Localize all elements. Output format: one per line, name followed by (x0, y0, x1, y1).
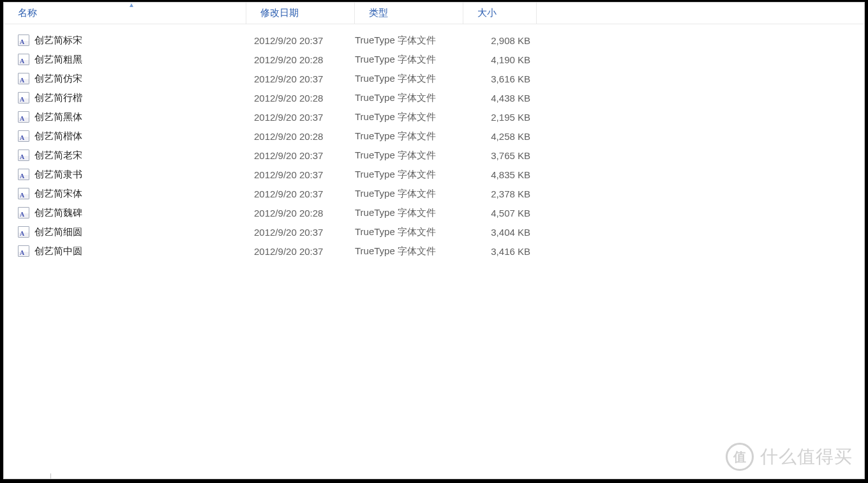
file-name-label: 创艺简中圆 (34, 245, 82, 257)
file-row[interactable]: 创艺简中圆2012/9/20 20:37TrueType 字体文件3,416 K… (4, 241, 864, 261)
file-row[interactable]: 创艺简隶书2012/9/20 20:37TrueType 字体文件4,835 K… (4, 165, 864, 184)
sort-ascending-icon: ▲ (128, 1, 135, 8)
file-name-cell: 创艺简魏碑 (4, 207, 246, 219)
file-name-label: 创艺简隶书 (34, 169, 82, 181)
file-size-cell: 2,908 KB (463, 35, 537, 46)
font-file-icon (18, 207, 29, 218)
file-name-cell: 创艺简中圆 (4, 245, 246, 257)
watermark-text: 什么值得买 (760, 445, 853, 469)
file-name-cell: 创艺简行楷 (4, 92, 246, 104)
file-name-cell: 创艺简细圆 (4, 226, 246, 238)
watermark-badge-icon: 值 (726, 443, 754, 471)
font-file-icon (18, 150, 29, 161)
file-name-cell: 创艺简楷体 (4, 130, 246, 142)
font-file-icon (18, 245, 29, 257)
watermark: 值 什么值得买 (726, 443, 853, 471)
file-row[interactable]: 创艺简行楷2012/9/20 20:28TrueType 字体文件4,438 K… (4, 88, 864, 107)
column-header-size[interactable]: 大小 (463, 3, 537, 24)
file-date-cell: 2012/9/20 20:37 (246, 35, 355, 46)
file-type-cell: TrueType 字体文件 (355, 245, 463, 257)
file-name-label: 创艺简粗黑 (34, 54, 82, 66)
file-list: 创艺简标宋2012/9/20 20:37TrueType 字体文件2,908 K… (4, 24, 864, 261)
font-file-icon (18, 169, 29, 180)
file-row[interactable]: 创艺简宋体2012/9/20 20:37TrueType 字体文件2,378 K… (4, 184, 864, 203)
file-date-cell: 2012/9/20 20:37 (246, 227, 355, 238)
file-size-cell: 4,258 KB (463, 131, 537, 142)
file-size-cell: 4,835 KB (463, 169, 537, 180)
file-type-cell: TrueType 字体文件 (355, 92, 463, 104)
watermark-badge-text: 值 (733, 448, 746, 466)
column-header-date[interactable]: 修改日期 (246, 3, 355, 24)
file-row[interactable]: 创艺简标宋2012/9/20 20:37TrueType 字体文件2,908 K… (4, 31, 864, 50)
font-file-icon (18, 111, 29, 123)
font-file-icon (18, 130, 29, 142)
file-type-cell: TrueType 字体文件 (355, 169, 463, 181)
file-size-cell: 4,190 KB (463, 54, 537, 65)
file-row[interactable]: 创艺简老宋2012/9/20 20:37TrueType 字体文件3,765 K… (4, 146, 864, 165)
file-name-label: 创艺简黑体 (34, 111, 82, 123)
font-file-icon (18, 54, 29, 65)
file-type-cell: TrueType 字体文件 (355, 34, 463, 47)
file-date-cell: 2012/9/20 20:28 (246, 208, 355, 218)
file-type-cell: TrueType 字体文件 (355, 207, 463, 219)
file-type-cell: TrueType 字体文件 (355, 226, 463, 238)
file-name-label: 创艺简魏碑 (34, 207, 82, 219)
column-header-size-label: 大小 (477, 7, 497, 19)
file-date-cell: 2012/9/20 20:37 (246, 112, 355, 123)
column-header-type[interactable]: 类型 (355, 3, 463, 24)
file-row[interactable]: 创艺简细圆2012/9/20 20:37TrueType 字体文件3,404 K… (4, 222, 864, 241)
file-name-cell: 创艺简隶书 (4, 169, 246, 181)
file-name-label: 创艺简行楷 (34, 92, 82, 104)
divider-tick (50, 473, 51, 479)
file-date-cell: 2012/9/20 20:28 (246, 54, 355, 65)
file-size-cell: 3,765 KB (463, 150, 537, 161)
file-name-label: 创艺简细圆 (34, 226, 82, 238)
file-type-cell: TrueType 字体文件 (355, 111, 463, 123)
file-size-cell: 3,416 KB (463, 246, 537, 257)
file-size-cell: 4,507 KB (463, 208, 537, 218)
column-header-row: 名称 ▲ 修改日期 类型 大小 (4, 3, 864, 24)
file-name-label: 创艺简标宋 (34, 34, 82, 47)
file-date-cell: 2012/9/20 20:37 (246, 150, 355, 161)
file-type-cell: TrueType 字体文件 (355, 150, 463, 162)
column-header-name[interactable]: 名称 ▲ (4, 3, 246, 24)
file-explorer-window: 名称 ▲ 修改日期 类型 大小 创艺简标宋2012/9/20 20:37True… (3, 2, 865, 479)
file-name-cell: 创艺简黑体 (4, 111, 246, 123)
file-name-cell: 创艺简老宋 (4, 150, 246, 162)
font-file-icon (18, 34, 29, 46)
file-date-cell: 2012/9/20 20:37 (246, 246, 355, 257)
font-file-icon (18, 188, 29, 199)
column-header-type-label: 类型 (369, 7, 388, 19)
file-size-cell: 4,438 KB (463, 93, 537, 103)
file-type-cell: TrueType 字体文件 (355, 54, 463, 66)
file-date-cell: 2012/9/20 20:37 (246, 188, 355, 199)
file-size-cell: 3,616 KB (463, 73, 537, 84)
file-row[interactable]: 创艺简仿宋2012/9/20 20:37TrueType 字体文件3,616 K… (4, 69, 864, 88)
file-type-cell: TrueType 字体文件 (355, 188, 463, 200)
file-name-cell: 创艺简粗黑 (4, 54, 246, 66)
file-name-cell: 创艺简标宋 (4, 34, 246, 47)
file-row[interactable]: 创艺简粗黑2012/9/20 20:28TrueType 字体文件4,190 K… (4, 50, 864, 69)
file-row[interactable]: 创艺简魏碑2012/9/20 20:28TrueType 字体文件4,507 K… (4, 203, 864, 222)
file-name-cell: 创艺简宋体 (4, 188, 246, 200)
file-type-cell: TrueType 字体文件 (355, 130, 463, 142)
file-row[interactable]: 创艺简黑体2012/9/20 20:37TrueType 字体文件2,195 K… (4, 107, 864, 126)
file-size-cell: 3,404 KB (463, 227, 537, 238)
file-date-cell: 2012/9/20 20:37 (246, 169, 355, 180)
column-header-date-label: 修改日期 (260, 7, 299, 19)
font-file-icon (18, 73, 29, 84)
file-name-label: 创艺简宋体 (34, 188, 82, 200)
file-size-cell: 2,195 KB (463, 112, 537, 123)
file-name-label: 创艺简仿宋 (34, 73, 82, 85)
file-name-label: 创艺简老宋 (34, 150, 82, 162)
column-header-name-label: 名称 (18, 7, 37, 19)
file-type-cell: TrueType 字体文件 (355, 73, 463, 85)
font-file-icon (18, 92, 29, 103)
file-date-cell: 2012/9/20 20:28 (246, 131, 355, 142)
file-date-cell: 2012/9/20 20:37 (246, 73, 355, 84)
file-row[interactable]: 创艺简楷体2012/9/20 20:28TrueType 字体文件4,258 K… (4, 126, 864, 146)
font-file-icon (18, 226, 29, 238)
file-date-cell: 2012/9/20 20:28 (246, 93, 355, 103)
file-size-cell: 2,378 KB (463, 188, 537, 199)
file-name-label: 创艺简楷体 (34, 130, 82, 142)
